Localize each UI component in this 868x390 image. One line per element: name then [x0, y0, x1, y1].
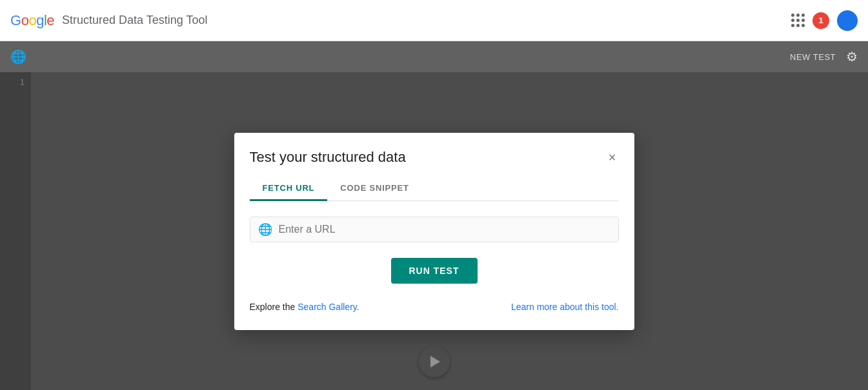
run-test-button[interactable]: RUN TEST — [391, 258, 478, 284]
globe-icon[interactable]: 🌐 — [10, 49, 26, 64]
run-test-section: RUN TEST — [250, 258, 619, 284]
learn-more-link[interactable]: Learn more about this tool. — [511, 302, 619, 312]
header: Google Structured Data Testing Tool 1 — [0, 0, 868, 41]
app-title: Structured Data Testing Tool — [62, 14, 207, 27]
tab-fetch-url[interactable]: FETCH URL — [250, 177, 328, 201]
main-area: 1 Test your structured data × FETCH URL … — [0, 72, 868, 390]
search-gallery-link[interactable]: Search Gallery. — [298, 302, 359, 312]
new-test-button[interactable]: NEW TEST — [790, 52, 836, 62]
modal-overlay: Test your structured data × FETCH URL CO… — [0, 72, 868, 390]
notifications-badge[interactable]: 1 — [812, 12, 829, 29]
tab-code-snippet[interactable]: CODE SNIPPET — [327, 177, 421, 201]
avatar[interactable] — [837, 10, 858, 31]
google-logo: Google — [10, 12, 54, 29]
modal-title: Test your structured data — [250, 149, 406, 166]
footer-left-text: Explore the Search Gallery. — [250, 302, 359, 312]
close-button[interactable]: × — [606, 148, 619, 166]
url-globe-icon: 🌐 — [258, 222, 272, 237]
modal-tabs: FETCH URL CODE SNIPPET — [250, 177, 619, 201]
toolbar: 🌐 NEW TEST ⚙ — [0, 41, 868, 72]
apps-icon[interactable] — [791, 14, 805, 27]
header-left: Google Structured Data Testing Tool — [10, 12, 207, 29]
header-right: 1 — [791, 10, 858, 31]
url-input[interactable] — [279, 224, 611, 235]
modal-dialog: Test your structured data × FETCH URL CO… — [234, 133, 634, 330]
toolbar-right: NEW TEST ⚙ — [790, 49, 858, 64]
modal-header: Test your structured data × — [250, 148, 619, 166]
modal-footer: Explore the Search Gallery. Learn more a… — [250, 302, 619, 312]
url-input-wrapper: 🌐 — [250, 217, 619, 242]
settings-icon[interactable]: ⚙ — [846, 49, 858, 64]
